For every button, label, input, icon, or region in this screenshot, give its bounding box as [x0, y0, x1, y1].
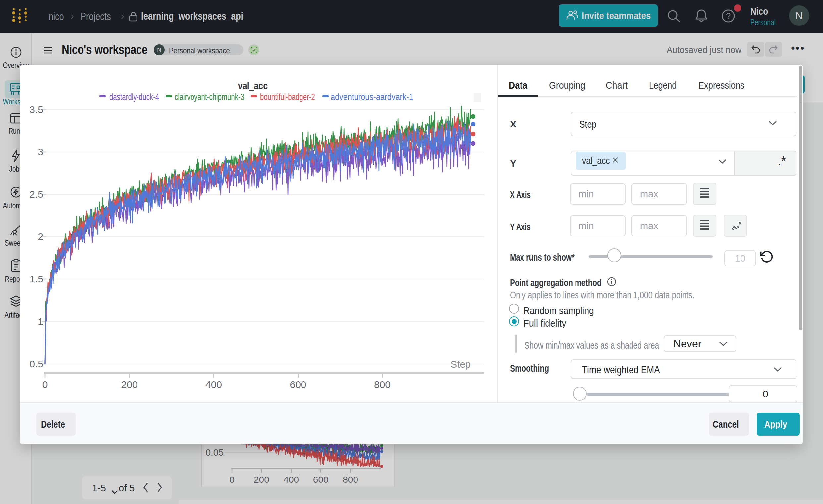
svg-text:600: 600	[290, 379, 306, 390]
svg-text:3: 3	[38, 147, 43, 157]
svg-text:val_acc: val_acc	[238, 80, 268, 92]
svg-text:1.5: 1.5	[29, 273, 43, 284]
svg-text:clairvoyant-chipmunk-3: clairvoyant-chipmunk-3	[175, 92, 244, 102]
svg-text:2.5: 2.5	[29, 189, 43, 200]
svg-text:Step: Step	[450, 358, 471, 369]
svg-text:2: 2	[38, 231, 43, 242]
svg-text:800: 800	[374, 379, 391, 390]
svg-text:200: 200	[121, 379, 138, 390]
svg-text:adventurous-aardvark-1: adventurous-aardvark-1	[331, 92, 413, 102]
svg-text:bountiful-badger-2: bountiful-badger-2	[260, 92, 315, 102]
svg-text:3.5: 3.5	[29, 104, 43, 115]
svg-text:0.5: 0.5	[29, 358, 43, 369]
svg-text:0: 0	[42, 379, 48, 390]
svg-text:1: 1	[38, 316, 43, 327]
svg-text:400: 400	[205, 379, 222, 390]
svg-text:dastardly-duck-4: dastardly-duck-4	[109, 92, 159, 102]
